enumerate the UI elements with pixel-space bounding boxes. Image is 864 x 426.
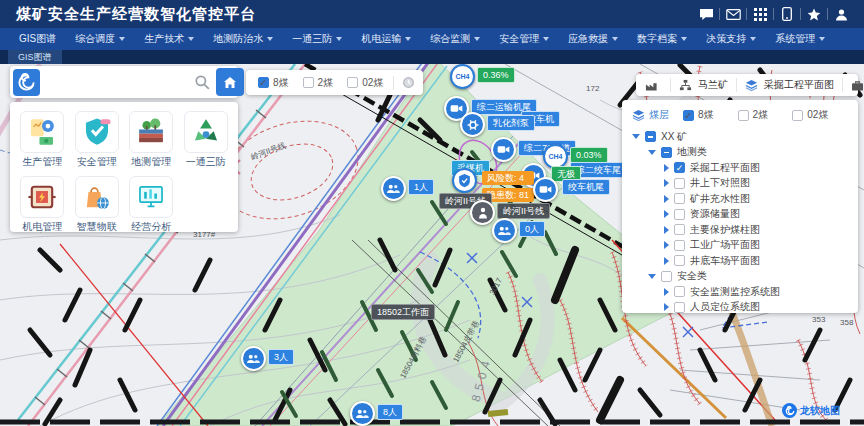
checkbox[interactable] (303, 77, 314, 88)
tree-node-地测类[interactable]: 地测类 (632, 145, 848, 161)
checkbox[interactable] (674, 178, 685, 189)
checkbox[interactable] (674, 255, 685, 266)
tree-node-资源储量图[interactable]: 资源储量图 (632, 207, 848, 223)
longruan-logo-button[interactable] (13, 69, 40, 96)
nav-item-数字档案[interactable]: 数字档案 (637, 32, 687, 46)
tree-node-label: 地测类 (677, 145, 707, 159)
checkbox[interactable] (738, 110, 749, 121)
chevron-right-icon[interactable] (664, 288, 669, 296)
checkbox[interactable] (674, 302, 685, 313)
nav-item-label: 安全管理 (499, 32, 539, 46)
nav-item-一通三防[interactable]: 一通三防 (292, 32, 342, 46)
tree-node-采掘工程平面图[interactable]: ✓采掘工程平面图 (632, 160, 848, 176)
map-marker-people[interactable]: 3人 (241, 346, 294, 371)
layer-panel: 煤层 ✓8煤2煤02煤 XX 矿地测类✓采掘工程平面图井上下对照图矿井充水性图资… (622, 100, 858, 313)
map-marker-gear[interactable]: 乳化剂泵 (460, 112, 535, 137)
panel-seam-8煤[interactable]: ✓8煤 (679, 108, 714, 122)
panel-seam-2煤[interactable]: 2煤 (734, 108, 769, 122)
history-icon[interactable] (402, 76, 415, 89)
tree-node-XX 矿[interactable]: XX 矿 (632, 129, 848, 145)
checkbox[interactable] (661, 147, 672, 158)
home-button[interactable] (216, 68, 244, 96)
checkbox[interactable] (674, 240, 685, 251)
map-marker-people[interactable]: 0人 (492, 218, 545, 243)
checkbox[interactable]: ✓ (258, 77, 269, 88)
tree-node-安全类[interactable]: 安全类 (632, 269, 848, 285)
checkbox[interactable] (674, 209, 685, 220)
map-marker-darklabel[interactable]: 18502工作面 (369, 301, 435, 320)
tree-node-安全监测监控系统图[interactable]: 安全监测监控系统图 (632, 284, 848, 300)
checkbox[interactable] (792, 110, 803, 121)
map-marker-camera[interactable] (533, 177, 558, 202)
nav-item-安全管理[interactable]: 安全管理 (499, 32, 549, 46)
home-icon (223, 76, 237, 89)
chevron-right-icon[interactable] (664, 241, 669, 249)
checkbox[interactable] (347, 77, 358, 88)
chevron-right-icon[interactable] (664, 179, 669, 187)
panel-seam-02煤[interactable]: 02煤 (788, 108, 828, 122)
toolbar-seam-02煤[interactable]: 02煤 (343, 76, 383, 90)
nav-item-机电运输[interactable]: 机电运输 (361, 32, 411, 46)
nav-item-综合调度[interactable]: 综合调度 (75, 32, 125, 46)
chevron-right-icon[interactable] (664, 210, 669, 218)
map-marker-ch4[interactable]: CH40.36% (450, 64, 515, 89)
toolbar-segment-工具[interactable]: 工具 (842, 78, 864, 92)
chevron-right-icon[interactable] (664, 195, 669, 203)
nav-item-决策支持[interactable]: 决策支持 (706, 32, 756, 46)
tab-gis[interactable]: GIS图谱 (8, 50, 62, 64)
tree-node-主要保护煤柱图[interactable]: 主要保护煤柱图 (632, 222, 848, 238)
user-icon[interactable] (828, 5, 854, 23)
toolbar-segment-马兰矿[interactable]: 马兰矿 (670, 78, 736, 92)
iot-icon (75, 176, 119, 218)
star-icon[interactable] (801, 5, 827, 23)
map-marker-people[interactable]: 1人 (381, 176, 434, 201)
chevron-down-icon[interactable] (648, 274, 656, 279)
checkbox[interactable] (674, 193, 685, 204)
tree-node-工业广场平面图[interactable]: 工业广场平面图 (632, 238, 848, 254)
app-item-一通三防[interactable]: 一通三防 (181, 111, 232, 169)
map-marker-people[interactable]: 8人 (350, 401, 403, 426)
checkbox[interactable] (661, 271, 672, 282)
app-item-智慧物联[interactable]: 智慧物联 (72, 176, 123, 234)
chevron-right-icon[interactable] (664, 303, 669, 311)
nav-item-生产技术[interactable]: 生产技术 (144, 32, 194, 46)
message-icon[interactable] (693, 5, 719, 23)
app-item-机电管理[interactable]: 机电管理 (17, 176, 68, 234)
checkbox[interactable] (674, 224, 685, 235)
checkbox[interactable] (645, 131, 656, 142)
app-label: 生产管理 (22, 155, 62, 169)
nav-item-应急救援[interactable]: 应急救援 (568, 32, 618, 46)
tree-node-人员定位系统图[interactable]: 人员定位系统图 (632, 300, 848, 314)
title-bar: 煤矿安全生产经营数智化管控平台 (0, 0, 864, 28)
nav-item-系统管理[interactable]: 系统管理 (775, 32, 825, 46)
toolbar-segment-mine-icon[interactable] (636, 78, 670, 92)
app-item-生产管理[interactable]: 生产管理 (17, 111, 68, 169)
tree-node-井上下对照图[interactable]: 井上下对照图 (632, 176, 848, 192)
toolbar-segment-采掘工程平面图[interactable]: 采掘工程平面图 (736, 78, 842, 92)
app-item-地测管理[interactable]: 地测管理 (126, 111, 177, 169)
mobile-icon[interactable] (774, 5, 800, 23)
nav-item-GIS图谱[interactable]: GIS图谱 (19, 32, 56, 46)
chevron-down-icon[interactable] (632, 134, 640, 139)
checkbox[interactable]: ✓ (674, 162, 685, 173)
app-item-经营分析[interactable]: 经营分析 (126, 176, 177, 234)
tree-node-矿井充水性图[interactable]: 矿井充水性图 (632, 191, 848, 207)
apps-grid-icon[interactable] (747, 5, 773, 23)
chevron-right-icon[interactable] (664, 164, 669, 172)
nav-item-地测防治水[interactable]: 地测防治水 (213, 32, 273, 46)
nav-item-综合监测[interactable]: 综合监测 (430, 32, 480, 46)
search-icon[interactable] (194, 74, 210, 90)
tree-node-井底车场平面图[interactable]: 井底车场平面图 (632, 253, 848, 269)
search-input[interactable] (40, 66, 194, 98)
toolbar-seam-8煤[interactable]: ✓8煤 (254, 76, 289, 90)
app-item-安全管理[interactable]: 安全管理 (72, 111, 123, 169)
chevron-down-icon[interactable] (648, 150, 656, 155)
toolbar-seam-2煤[interactable]: 2煤 (299, 76, 334, 90)
map-attribution: 龙软地图 (782, 403, 840, 418)
map-marker-bluelabel[interactable]: 绞车机尾 (560, 176, 610, 195)
chevron-right-icon[interactable] (664, 257, 669, 265)
checkbox[interactable] (674, 286, 685, 297)
checkbox[interactable]: ✓ (683, 110, 694, 121)
mail-icon[interactable] (720, 5, 746, 23)
chevron-right-icon[interactable] (664, 226, 669, 234)
